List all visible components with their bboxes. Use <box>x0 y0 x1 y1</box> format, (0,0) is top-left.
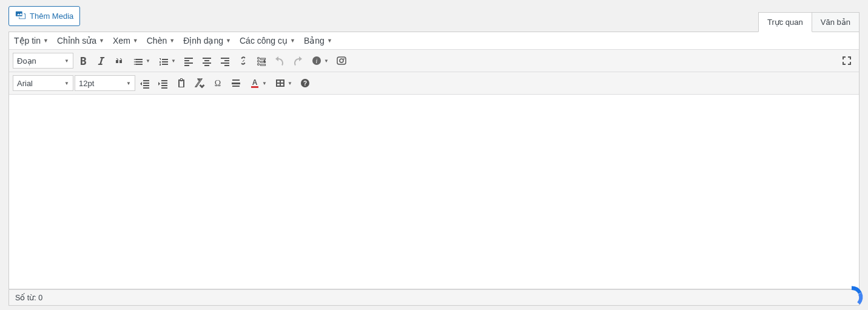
chevron-down-icon: ▼ <box>64 81 69 86</box>
align-left-button[interactable] <box>180 52 197 69</box>
menu-file[interactable]: Tệp tin▼ <box>14 36 49 45</box>
paste-button[interactable] <box>173 75 190 92</box>
format-select[interactable]: Đoạn▼ <box>13 53 73 69</box>
chevron-down-icon: ▼ <box>262 81 267 86</box>
menu-format[interactable]: Định dạng▼ <box>183 36 231 45</box>
outdent-button[interactable] <box>136 75 153 92</box>
toolbar-row-2: Arial▼ 12pt▼ Ω A▼ ▼ ? <box>9 72 859 95</box>
chevron-down-icon: ▼ <box>64 58 69 64</box>
editor-content[interactable] <box>9 95 859 289</box>
toolbar-toggle-button[interactable] <box>253 52 270 69</box>
svg-text:i: i <box>316 58 318 64</box>
word-count-value: 0 <box>38 294 42 302</box>
horizontal-rule-button[interactable] <box>227 75 244 92</box>
svg-rect-2 <box>337 57 346 64</box>
chevron-down-icon: ▼ <box>324 58 329 64</box>
indent-button[interactable] <box>155 75 172 92</box>
align-center-button[interactable] <box>198 52 215 69</box>
help-button[interactable]: ? <box>297 75 314 92</box>
menu-view[interactable]: Xem▼ <box>113 36 138 45</box>
undo-button[interactable] <box>271 52 288 69</box>
bold-button[interactable] <box>75 52 92 69</box>
chevron-down-icon: ▼ <box>290 38 295 44</box>
toolbar-row-1: Đoạn▼ ▼ ▼ i▼ <box>9 50 859 72</box>
info-button[interactable]: i▼ <box>308 52 332 69</box>
add-media-button[interactable]: Thêm Media <box>8 6 80 26</box>
menu-tools[interactable]: Các công cụ▼ <box>240 36 295 45</box>
font-size-select[interactable]: 12pt▼ <box>75 75 135 91</box>
chevron-down-icon: ▼ <box>226 38 231 44</box>
font-family-select[interactable]: Arial▼ <box>13 75 73 91</box>
recaptcha-badge[interactable] <box>830 278 868 310</box>
italic-button[interactable] <box>93 52 110 69</box>
svg-point-3 <box>340 59 343 62</box>
chevron-down-icon: ▼ <box>146 58 150 64</box>
tab-text[interactable]: Văn bản <box>812 12 860 32</box>
chevron-down-icon: ▼ <box>327 38 332 44</box>
chevron-down-icon: ▼ <box>169 38 175 44</box>
chevron-down-icon: ▼ <box>133 38 138 44</box>
svg-point-4 <box>343 58 345 59</box>
menubar: Tệp tin▼ Chỉnh sửa▼ Xem▼ Chèn▼ Định dạng… <box>9 32 859 50</box>
menu-edit[interactable]: Chỉnh sửa▼ <box>57 36 104 45</box>
text-color-button[interactable]: A▼ <box>246 75 270 92</box>
align-right-button[interactable] <box>217 52 234 69</box>
chevron-down-icon: ▼ <box>99 38 104 44</box>
media-icon <box>15 10 26 22</box>
chevron-down-icon: ▼ <box>288 81 292 86</box>
add-media-label: Thêm Media <box>30 12 73 21</box>
tab-visual[interactable]: Trực quan <box>758 12 812 32</box>
clear-formatting-button[interactable] <box>191 75 208 92</box>
svg-text:Ω: Ω <box>215 79 221 88</box>
fullscreen-button[interactable] <box>838 52 855 69</box>
editor-container: Tệp tin▼ Chỉnh sửa▼ Xem▼ Chèn▼ Định dạng… <box>8 32 860 289</box>
redo-button[interactable] <box>289 52 306 69</box>
menu-table[interactable]: Bảng▼ <box>304 36 332 45</box>
blockquote-button[interactable] <box>111 52 128 69</box>
chevron-down-icon: ▼ <box>126 81 131 86</box>
svg-text:A: A <box>252 78 258 87</box>
word-count-label: Số từ: <box>15 294 36 302</box>
numbered-list-button[interactable]: ▼ <box>155 52 179 69</box>
special-character-button[interactable]: Ω <box>209 75 226 92</box>
chevron-down-icon: ▼ <box>43 38 49 44</box>
menu-insert[interactable]: Chèn▼ <box>147 36 175 45</box>
svg-text:?: ? <box>303 80 307 87</box>
table-button[interactable]: ▼ <box>271 75 295 92</box>
editor-mode-tabs: Trực quan Văn bản <box>758 12 860 32</box>
link-button[interactable] <box>235 52 252 69</box>
status-bar: Số từ: 0 <box>8 289 860 306</box>
bullet-list-button[interactable]: ▼ <box>129 52 153 69</box>
insert-media-button[interactable] <box>333 52 350 69</box>
svg-rect-7 <box>251 86 258 88</box>
chevron-down-icon: ▼ <box>171 58 176 64</box>
